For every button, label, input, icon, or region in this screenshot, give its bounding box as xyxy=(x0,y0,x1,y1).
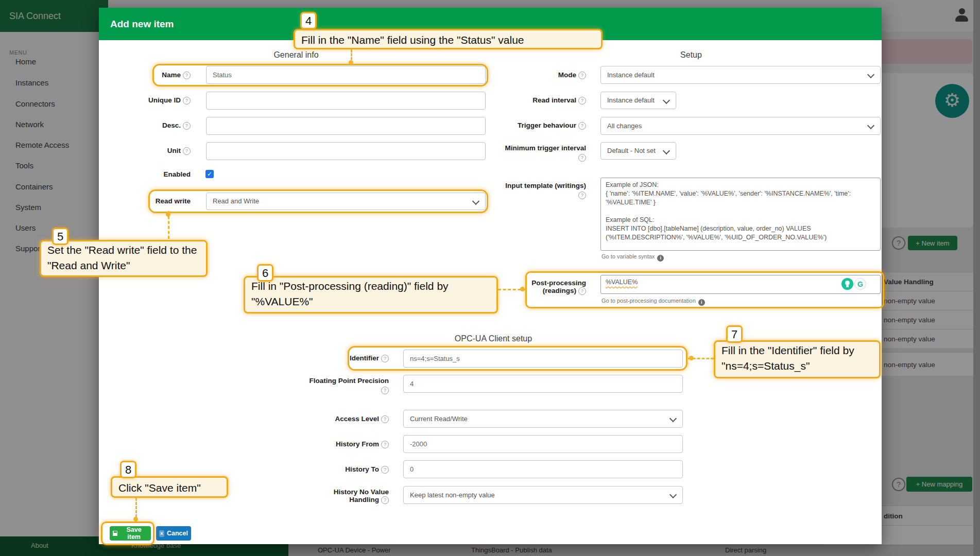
chevron-down-icon xyxy=(669,415,677,422)
info-icon: i xyxy=(698,299,705,306)
chevron-down-icon xyxy=(867,122,874,129)
help-icon[interactable]: ? xyxy=(381,441,389,448)
identifier-label: Identifier? xyxy=(276,354,389,362)
history-to-label: History To? xyxy=(276,465,389,474)
help-icon[interactable]: ? xyxy=(381,355,389,362)
info-icon: i xyxy=(657,255,664,262)
help-icon[interactable]: ? xyxy=(183,122,191,130)
dialog-title: Add new item xyxy=(99,8,882,40)
history-from-label: History From? xyxy=(276,440,389,448)
unit-input[interactable] xyxy=(206,142,486,160)
help-icon[interactable]: ? xyxy=(578,97,586,105)
desc-label: Desc.? xyxy=(113,121,191,130)
help-icon[interactable]: ? xyxy=(183,72,191,79)
floating-point-precision-label: Floating Point Precision? xyxy=(276,377,389,394)
help-icon[interactable]: ? xyxy=(381,466,389,474)
help-icon[interactable]: ? xyxy=(183,147,191,155)
chevron-down-icon xyxy=(669,491,677,498)
help-icon[interactable]: ? xyxy=(381,387,389,394)
unique-id-input[interactable] xyxy=(206,92,486,110)
minimum-trigger-interval-label: Minimum trigger interval? xyxy=(473,144,586,162)
chevron-down-icon xyxy=(867,71,874,78)
identifier-input[interactable] xyxy=(403,350,683,368)
history-no-value-handling-label: History No ValueHandling? xyxy=(276,488,389,504)
history-to-input[interactable] xyxy=(403,460,683,478)
enabled-checkbox[interactable]: ✓ xyxy=(205,170,214,178)
desc-input[interactable] xyxy=(206,117,486,135)
mode-label: Mode? xyxy=(473,71,586,79)
grammarly-icon[interactable]: G xyxy=(854,278,866,290)
history-no-value-handling-select[interactable]: Keep latest non-empty value xyxy=(403,486,683,504)
post-processing-doc-link[interactable]: Go to post-processing documentationi xyxy=(601,298,705,306)
general-info-title: General info xyxy=(219,50,373,60)
help-icon[interactable]: ? xyxy=(183,97,191,105)
help-icon[interactable]: ? xyxy=(578,154,586,162)
history-from-input[interactable] xyxy=(403,435,683,453)
trigger-behaviour-label: Trigger behaviour? xyxy=(473,121,586,130)
unit-label: Unit? xyxy=(113,147,191,155)
floppy-icon xyxy=(113,531,117,536)
chevron-down-icon xyxy=(663,147,670,154)
close-icon: × xyxy=(159,530,164,537)
read-interval-label: Read interval? xyxy=(473,96,586,105)
help-icon[interactable]: ? xyxy=(578,192,586,199)
post-processing-textarea[interactable]: %VALUE% xyxy=(600,275,881,294)
chevron-down-icon xyxy=(663,97,670,104)
input-template-label: Input template (writings)? xyxy=(473,182,586,199)
help-icon[interactable]: ? xyxy=(381,415,389,423)
grammarly-suggestion-icon[interactable] xyxy=(841,278,853,290)
floating-point-precision-input[interactable] xyxy=(403,375,683,393)
help-icon[interactable]: ? xyxy=(578,122,586,130)
enabled-label: Enabled xyxy=(113,170,191,178)
trigger-behaviour-select[interactable]: All changes xyxy=(600,117,881,135)
name-label: Name? xyxy=(113,71,191,79)
input-template-textarea[interactable]: Example of JSON: { 'name': '%ITEM.NAME',… xyxy=(600,178,881,251)
variable-syntax-link[interactable]: Go to variable syntaxi xyxy=(601,253,664,262)
access-level-select[interactable]: Current Read/Write xyxy=(403,410,683,428)
name-input[interactable] xyxy=(206,66,486,84)
help-icon[interactable]: ? xyxy=(381,496,389,504)
help-icon[interactable]: ? xyxy=(578,72,586,79)
opcua-section-title: OPC-UA Client setup xyxy=(416,334,571,343)
read-write-select[interactable]: Read and Write xyxy=(206,193,486,210)
minimum-trigger-interval-select[interactable]: Default - Not set xyxy=(600,142,676,160)
cancel-button[interactable]: ×Cancel xyxy=(156,526,191,541)
save-item-button[interactable]: Save item xyxy=(110,526,151,541)
unique-id-label: Unique ID? xyxy=(113,96,191,105)
access-level-label: Access Level? xyxy=(276,415,389,423)
mode-select[interactable]: Instance default xyxy=(600,66,881,84)
setup-title: Setup xyxy=(614,50,768,60)
post-processing-label: Post-processing(readings)? xyxy=(473,279,586,295)
read-write-label: Read write xyxy=(113,197,191,205)
help-icon[interactable]: ? xyxy=(578,287,586,295)
read-interval-select[interactable]: Instance default xyxy=(600,92,676,109)
